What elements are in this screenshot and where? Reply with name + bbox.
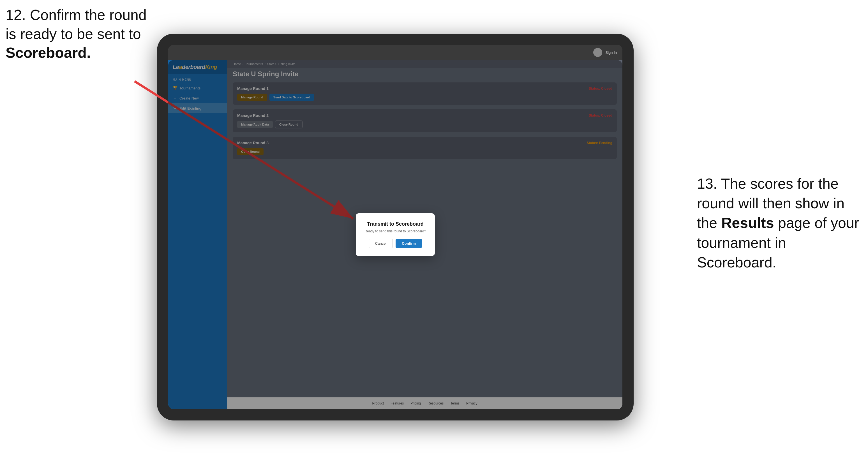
modal-buttons: Cancel Confirm (365, 239, 426, 248)
annotation-top: 12. Confirm the round is ready to be sen… (6, 6, 147, 63)
annotation-bottom: 13. The scores for the round will then s… (697, 174, 860, 272)
top-bar: Sign In (168, 45, 622, 60)
transmit-modal: Transmit to Scoreboard Ready to send thi… (356, 213, 435, 256)
tablet-device: Sign In LeaderboardKing MAIN MENU 🏆 Tour… (157, 34, 633, 421)
modal-title: Transmit to Scoreboard (365, 221, 426, 227)
modal-cancel-button[interactable]: Cancel (369, 239, 393, 248)
main-content: LeaderboardKing MAIN MENU 🏆 Tournaments … (168, 60, 622, 409)
signin-button[interactable]: Sign In (606, 51, 617, 55)
avatar (593, 48, 602, 57)
modal-subtitle: Ready to send this round to Scoreboard? (365, 229, 426, 233)
tablet-screen: Sign In LeaderboardKing MAIN MENU 🏆 Tour… (168, 45, 622, 409)
modal-confirm-button[interactable]: Confirm (396, 239, 422, 248)
modal-overlay: Transmit to Scoreboard Ready to send thi… (168, 60, 622, 409)
